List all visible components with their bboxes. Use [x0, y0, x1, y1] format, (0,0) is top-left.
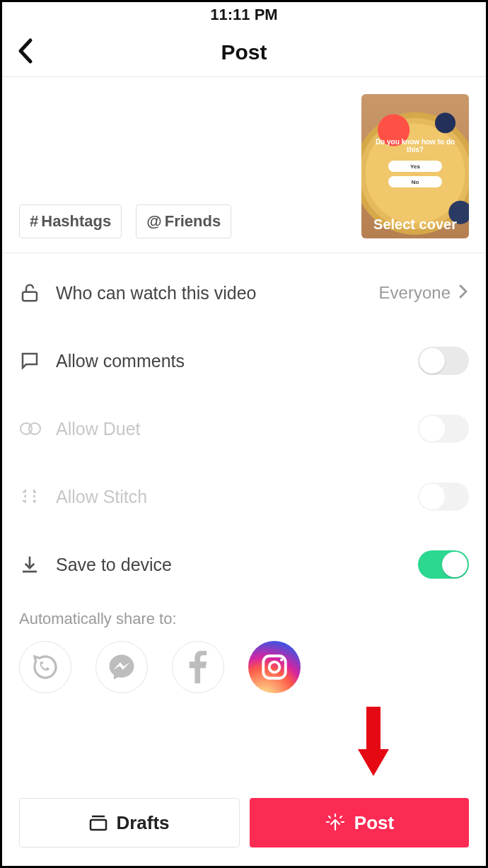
instagram-icon	[260, 652, 289, 682]
stitch-toggle	[418, 482, 469, 511]
back-button[interactable]	[16, 37, 33, 67]
privacy-row[interactable]: Who can watch this video Everyone	[19, 259, 469, 327]
post-icon	[325, 812, 346, 833]
messenger-icon	[107, 652, 136, 682]
friends-chip[interactable]: @ Friends	[136, 204, 231, 238]
select-cover-label: Select cover	[361, 216, 469, 233]
drafts-icon	[89, 814, 108, 831]
stitch-label: Allow Stitch	[56, 487, 418, 507]
share-facebook[interactable]	[172, 641, 224, 693]
whatsapp-icon	[31, 653, 59, 681]
cover-picker[interactable]: Do you know how to do this? Yes No Selec…	[361, 94, 469, 238]
download-icon	[19, 554, 56, 575]
post-button[interactable]: Post	[250, 798, 469, 847]
share-whatsapp[interactable]	[19, 641, 71, 693]
share-messenger[interactable]	[95, 641, 148, 693]
comments-label: Allow comments	[56, 351, 418, 371]
hash-icon: #	[30, 212, 38, 231]
cover-yes-pill: Yes	[388, 161, 442, 172]
svg-rect-0	[23, 292, 37, 301]
post-label: Post	[354, 812, 394, 834]
stitch-icon	[19, 486, 56, 507]
svg-point-5	[280, 659, 283, 661]
save-label: Save to device	[56, 555, 418, 575]
header: Post	[2, 28, 486, 77]
cover-no-pill: No	[388, 176, 442, 187]
save-toggle[interactable]	[418, 550, 469, 579]
page-title: Post	[221, 40, 267, 64]
comments-row: Allow comments	[19, 327, 469, 395]
friends-label: Friends	[165, 212, 221, 231]
clock: 11:11 PM	[210, 6, 277, 24]
at-icon: @	[146, 212, 161, 231]
share-label: Automatically share to:	[2, 598, 486, 634]
comment-icon	[19, 350, 56, 371]
hashtags-chip[interactable]: # Hashtags	[19, 204, 122, 238]
status-bar: 11:11 PM	[2, 2, 486, 28]
chevron-left-icon	[16, 37, 33, 64]
privacy-label: Who can watch this video	[56, 283, 379, 303]
duet-row: Allow Duet	[19, 395, 469, 463]
drafts-button[interactable]: Drafts	[19, 798, 240, 847]
duet-toggle	[418, 415, 469, 443]
bottom-bar: Drafts Post	[19, 798, 469, 847]
duet-label: Allow Duet	[56, 419, 418, 439]
privacy-value: Everyone	[379, 283, 451, 303]
settings-list: Who can watch this video Everyone Allow …	[2, 253, 486, 598]
compose-area: # Hashtags @ Friends Do you know how to …	[2, 77, 486, 253]
svg-point-4	[269, 662, 280, 673]
annotation-arrow-icon	[352, 702, 395, 780]
save-row: Save to device	[19, 531, 469, 598]
svg-rect-7	[91, 820, 106, 830]
share-instagram[interactable]	[248, 641, 301, 693]
lock-open-icon	[19, 282, 56, 303]
comments-toggle[interactable]	[418, 347, 469, 375]
cover-question: Do you know how to do this?	[361, 138, 469, 154]
hashtags-label: Hashtags	[41, 212, 111, 231]
chevron-right-icon	[458, 283, 469, 303]
share-row	[2, 634, 486, 693]
svg-point-2	[29, 423, 40, 434]
stitch-row: Allow Stitch	[19, 463, 469, 531]
facebook-icon	[188, 651, 208, 683]
duet-icon	[19, 418, 56, 439]
drafts-label: Drafts	[116, 812, 169, 834]
